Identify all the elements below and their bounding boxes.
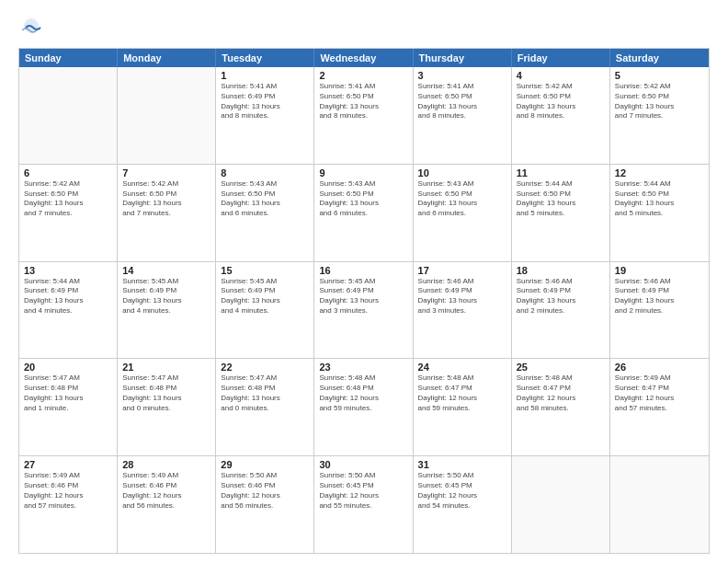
calendar-cell: 10Sunrise: 5:43 AM Sunset: 6:50 PM Dayli… [414, 165, 512, 261]
day-info: Sunrise: 5:41 AM Sunset: 6:50 PM Dayligh… [319, 82, 407, 121]
day-info: Sunrise: 5:44 AM Sunset: 6:50 PM Dayligh… [615, 179, 704, 219]
calendar-cell: 26Sunrise: 5:49 AM Sunset: 6:47 PM Dayli… [610, 359, 709, 455]
day-info: Sunrise: 5:43 AM Sunset: 6:50 PM Dayligh… [418, 179, 506, 219]
calendar-cell [19, 67, 118, 164]
day-number: 30 [319, 459, 407, 470]
day-info: Sunrise: 5:42 AM Sunset: 6:50 PM Dayligh… [615, 82, 704, 121]
calendar: SundayMondayTuesdayWednesdayThursdayFrid… [18, 48, 710, 554]
day-info: Sunrise: 5:48 AM Sunset: 6:48 PM Dayligh… [319, 373, 407, 413]
day-info: Sunrise: 5:46 AM Sunset: 6:49 PM Dayligh… [615, 277, 704, 316]
day-number: 22 [221, 362, 309, 373]
day-info: Sunrise: 5:46 AM Sunset: 6:49 PM Dayligh… [418, 277, 506, 316]
calendar-cell: 3Sunrise: 5:41 AM Sunset: 6:50 PM Daylig… [414, 67, 512, 164]
calendar-row-5: 27Sunrise: 5:49 AM Sunset: 6:46 PM Dayli… [19, 455, 709, 553]
day-info: Sunrise: 5:42 AM Sunset: 6:50 PM Dayligh… [122, 179, 210, 219]
day-info: Sunrise: 5:47 AM Sunset: 6:48 PM Dayligh… [122, 373, 210, 413]
day-number: 20 [24, 362, 112, 373]
day-number: 18 [517, 265, 605, 276]
day-number: 5 [615, 70, 704, 81]
day-number: 27 [24, 459, 112, 470]
calendar-cell: 19Sunrise: 5:46 AM Sunset: 6:49 PM Dayli… [610, 262, 709, 359]
day-number: 17 [418, 265, 506, 276]
day-info: Sunrise: 5:42 AM Sunset: 6:50 PM Dayligh… [24, 179, 112, 219]
day-number: 16 [319, 265, 407, 276]
day-number: 6 [24, 167, 112, 178]
day-number: 21 [122, 362, 210, 373]
day-number: 11 [517, 167, 605, 178]
day-info: Sunrise: 5:49 AM Sunset: 6:46 PM Dayligh… [122, 471, 210, 511]
calendar-cell [118, 67, 216, 164]
calendar-cell: 13Sunrise: 5:44 AM Sunset: 6:49 PM Dayli… [19, 262, 118, 359]
day-info: Sunrise: 5:48 AM Sunset: 6:47 PM Dayligh… [418, 373, 506, 413]
day-info: Sunrise: 5:46 AM Sunset: 6:49 PM Dayligh… [517, 277, 605, 316]
day-number: 3 [418, 70, 506, 81]
day-number: 13 [24, 265, 112, 276]
calendar-cell: 9Sunrise: 5:43 AM Sunset: 6:50 PM Daylig… [314, 165, 413, 261]
calendar-cell: 18Sunrise: 5:46 AM Sunset: 6:49 PM Dayli… [512, 262, 610, 359]
day-number: 19 [615, 265, 704, 276]
day-number: 7 [122, 167, 210, 178]
calendar-cell: 21Sunrise: 5:47 AM Sunset: 6:48 PM Dayli… [118, 359, 216, 455]
calendar-cell: 16Sunrise: 5:45 AM Sunset: 6:49 PM Dayli… [314, 262, 413, 359]
day-info: Sunrise: 5:47 AM Sunset: 6:48 PM Dayligh… [24, 373, 112, 413]
day-number: 25 [517, 362, 605, 373]
calendar-header: SundayMondayTuesdayWednesdayThursdayFrid… [19, 49, 709, 67]
day-info: Sunrise: 5:45 AM Sunset: 6:49 PM Dayligh… [122, 277, 210, 316]
header-day-thursday: Thursday [414, 49, 512, 67]
calendar-cell [512, 456, 610, 553]
calendar-cell: 22Sunrise: 5:47 AM Sunset: 6:48 PM Dayli… [216, 359, 314, 455]
calendar-cell: 2Sunrise: 5:41 AM Sunset: 6:50 PM Daylig… [314, 67, 413, 164]
day-number: 15 [221, 265, 309, 276]
calendar-cell: 11Sunrise: 5:44 AM Sunset: 6:50 PM Dayli… [512, 165, 610, 261]
day-info: Sunrise: 5:43 AM Sunset: 6:50 PM Dayligh… [319, 179, 407, 219]
calendar-cell: 14Sunrise: 5:45 AM Sunset: 6:49 PM Dayli… [118, 262, 216, 359]
day-info: Sunrise: 5:42 AM Sunset: 6:50 PM Dayligh… [517, 82, 605, 121]
day-number: 31 [418, 459, 506, 470]
calendar-cell: 30Sunrise: 5:50 AM Sunset: 6:45 PM Dayli… [314, 456, 413, 553]
day-info: Sunrise: 5:50 AM Sunset: 6:45 PM Dayligh… [319, 471, 407, 511]
day-number: 1 [221, 70, 309, 81]
calendar-cell: 28Sunrise: 5:49 AM Sunset: 6:46 PM Dayli… [118, 456, 216, 553]
calendar-cell: 7Sunrise: 5:42 AM Sunset: 6:50 PM Daylig… [118, 165, 216, 261]
calendar-cell: 6Sunrise: 5:42 AM Sunset: 6:50 PM Daylig… [19, 165, 118, 261]
calendar-cell: 4Sunrise: 5:42 AM Sunset: 6:50 PM Daylig… [512, 67, 610, 164]
day-number: 14 [122, 265, 210, 276]
day-info: Sunrise: 5:45 AM Sunset: 6:49 PM Dayligh… [319, 277, 407, 316]
calendar-cell: 12Sunrise: 5:44 AM Sunset: 6:50 PM Dayli… [610, 165, 709, 261]
calendar-cell [610, 456, 709, 553]
header-day-tuesday: Tuesday [216, 49, 314, 67]
day-number: 26 [615, 362, 704, 373]
calendar-cell: 17Sunrise: 5:46 AM Sunset: 6:49 PM Dayli… [414, 262, 512, 359]
logo-icon [18, 15, 44, 40]
day-number: 23 [319, 362, 407, 373]
calendar-cell: 29Sunrise: 5:50 AM Sunset: 6:46 PM Dayli… [216, 456, 314, 553]
day-info: Sunrise: 5:47 AM Sunset: 6:48 PM Dayligh… [221, 373, 309, 413]
day-info: Sunrise: 5:50 AM Sunset: 6:45 PM Dayligh… [418, 471, 506, 511]
day-info: Sunrise: 5:41 AM Sunset: 6:49 PM Dayligh… [221, 82, 309, 121]
day-number: 12 [615, 167, 704, 178]
day-number: 28 [122, 459, 210, 470]
calendar-row-4: 20Sunrise: 5:47 AM Sunset: 6:48 PM Dayli… [19, 358, 709, 455]
day-info: Sunrise: 5:43 AM Sunset: 6:50 PM Dayligh… [221, 179, 309, 219]
header-day-saturday: Saturday [610, 49, 709, 67]
calendar-cell: 31Sunrise: 5:50 AM Sunset: 6:45 PM Dayli… [414, 456, 512, 553]
day-number: 8 [221, 167, 309, 178]
day-number: 9 [319, 167, 407, 178]
calendar-row-2: 6Sunrise: 5:42 AM Sunset: 6:50 PM Daylig… [19, 164, 709, 261]
calendar-cell: 23Sunrise: 5:48 AM Sunset: 6:48 PM Dayli… [314, 359, 413, 455]
header-day-monday: Monday [118, 49, 216, 67]
calendar-cell: 8Sunrise: 5:43 AM Sunset: 6:50 PM Daylig… [216, 165, 314, 261]
calendar-cell: 25Sunrise: 5:48 AM Sunset: 6:47 PM Dayli… [512, 359, 610, 455]
day-info: Sunrise: 5:41 AM Sunset: 6:50 PM Dayligh… [418, 82, 506, 121]
day-info: Sunrise: 5:44 AM Sunset: 6:49 PM Dayligh… [24, 277, 112, 316]
calendar-cell: 15Sunrise: 5:45 AM Sunset: 6:49 PM Dayli… [216, 262, 314, 359]
calendar-row-3: 13Sunrise: 5:44 AM Sunset: 6:49 PM Dayli… [19, 261, 709, 359]
calendar-cell: 24Sunrise: 5:48 AM Sunset: 6:47 PM Dayli… [414, 359, 512, 455]
day-info: Sunrise: 5:49 AM Sunset: 6:46 PM Dayligh… [24, 471, 112, 511]
day-info: Sunrise: 5:45 AM Sunset: 6:49 PM Dayligh… [221, 277, 309, 316]
day-number: 24 [418, 362, 506, 373]
day-number: 29 [221, 459, 309, 470]
calendar-cell: 5Sunrise: 5:42 AM Sunset: 6:50 PM Daylig… [610, 67, 709, 164]
day-info: Sunrise: 5:49 AM Sunset: 6:47 PM Dayligh… [615, 373, 704, 413]
day-number: 2 [319, 70, 407, 81]
